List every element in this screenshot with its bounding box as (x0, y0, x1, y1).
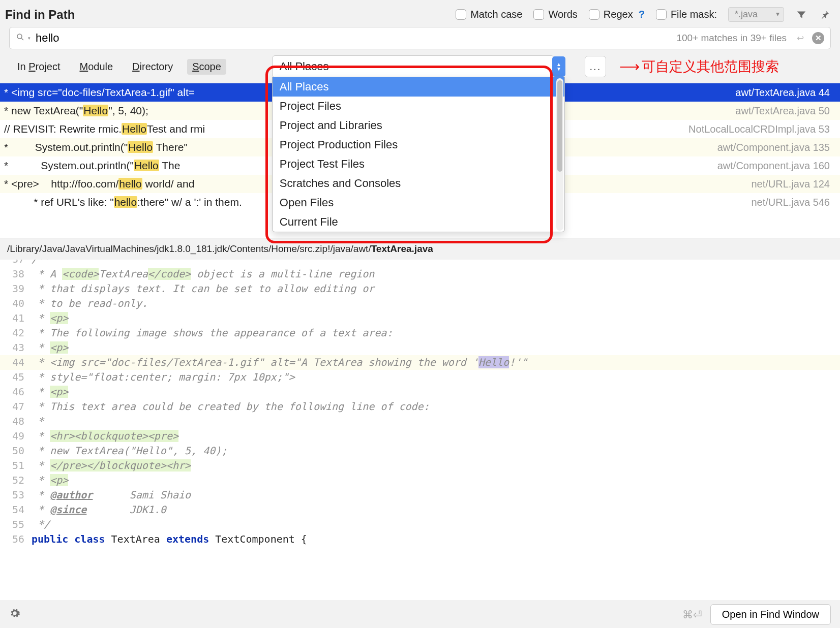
annotation: ⟶ 可自定义其他范围搜索 (619, 57, 779, 76)
regex-input[interactable] (589, 9, 599, 20)
code-line: 38 * A <code>TextArea</code> object is a… (0, 267, 840, 281)
code-line: 54 * @since JDK1.0 (0, 503, 840, 517)
regex-help-icon[interactable]: ? (639, 9, 645, 20)
tab-scope[interactable]: Scope (187, 59, 226, 75)
scope-option[interactable]: Project Files (273, 97, 564, 116)
code-line: 47 * This text area could be created by … (0, 399, 840, 414)
scope-option[interactable]: Project Production Files (273, 135, 564, 154)
tab-directory[interactable]: Directory (127, 59, 178, 75)
code-line: 41 * <p> (0, 311, 840, 326)
code-line: 56public class TextArea extends TextComp… (0, 532, 840, 547)
code-line: 46 * <p> (0, 385, 840, 399)
svg-line-1 (21, 38, 23, 40)
scope-tabs: In Project Module Directory Scope All Pl… (0, 55, 840, 83)
annotation-text: 可自定义其他范围搜索 (642, 57, 779, 76)
match-count: 100+ matches in 39+ files (676, 33, 787, 44)
regex-checkbox[interactable]: Regex ? (589, 9, 645, 20)
code-line: 52 * <p> (0, 473, 840, 488)
search-history-icon[interactable]: ▾ (28, 36, 31, 41)
shortcut-hint: ⌘⏎ (682, 609, 702, 621)
code-line: 55 */ (0, 517, 840, 532)
search-icon (16, 33, 25, 44)
custom-scope-button[interactable]: ... (585, 56, 606, 77)
arrow-icon: ⟶ (619, 58, 640, 75)
words-checkbox[interactable]: Words (533, 9, 577, 20)
scope-dropdown: All PlacesProject FilesProject and Libra… (272, 77, 565, 232)
code-line: 37/** (0, 260, 840, 267)
search-field[interactable]: ▾ 100+ matches in 39+ files ↩ ✕ (9, 27, 831, 49)
clear-button[interactable]: ✕ (812, 32, 824, 44)
scope-select-arrows-icon[interactable]: ▲▼ (552, 56, 565, 77)
match-case-input[interactable] (456, 9, 466, 20)
code-line: 48 * (0, 414, 840, 429)
footer: ⌘⏎ Open in Find Window (0, 601, 840, 628)
code-line: 43 * <p> (0, 340, 840, 355)
scope-option[interactable]: Project Test Files (273, 154, 564, 174)
scope-option[interactable]: Open Files (273, 193, 564, 212)
tab-module[interactable]: Module (75, 59, 118, 75)
code-line: 50 * new TextArea("Hello", 5, 40); (0, 444, 840, 458)
code-line: 51 * </pre></blockquote><hr> (0, 458, 840, 473)
code-line: 40 * to be read-only. (0, 296, 840, 311)
enter-icon: ↩ (797, 33, 804, 44)
code-preview[interactable]: 37/**38 * A <code>TextArea</code> object… (0, 260, 840, 601)
dialog-title: Find in Path (5, 8, 75, 22)
code-line: 45 * style="float:center; margin: 7px 10… (0, 370, 840, 385)
file-path: /Library/Java/JavaVirtualMachines/jdk1.8… (0, 238, 840, 260)
tab-in-project[interactable]: In Project (12, 59, 66, 75)
file-mask-input[interactable] (656, 9, 667, 20)
code-line: 39 * that displays text. It can be set t… (0, 281, 840, 296)
scope-option[interactable]: Current File (273, 212, 564, 232)
svg-point-0 (17, 34, 22, 39)
gear-icon[interactable] (9, 608, 20, 622)
file-mask-checkbox[interactable]: File mask: (656, 9, 717, 20)
match-case-checkbox[interactable]: Match case (456, 9, 522, 20)
pin-icon[interactable] (819, 9, 831, 21)
scope-option[interactable]: All Places (273, 77, 564, 97)
filter-icon[interactable] (795, 9, 807, 21)
file-mask-select[interactable]: *.java (728, 7, 784, 22)
scope-option[interactable]: Scratches and Consoles (273, 174, 564, 193)
header: Find in Path Match case Words Regex ? Fi… (0, 0, 840, 27)
scope-option[interactable]: Project and Libraries (273, 116, 564, 135)
search-input[interactable] (36, 32, 671, 45)
open-in-find-window-button[interactable]: Open in Find Window (710, 604, 831, 625)
code-line: 44 * <img src="doc-files/TextArea-1.gif"… (0, 355, 840, 370)
code-line: 53 * @author Sami Shaio (0, 488, 840, 503)
dropdown-scrollbar[interactable] (556, 78, 563, 231)
code-line: 42 * The following image shows the appea… (0, 326, 840, 340)
code-line: 49 * <hr><blockquote><pre> (0, 429, 840, 444)
scope-select[interactable]: All Places (272, 55, 554, 78)
words-input[interactable] (533, 9, 544, 20)
